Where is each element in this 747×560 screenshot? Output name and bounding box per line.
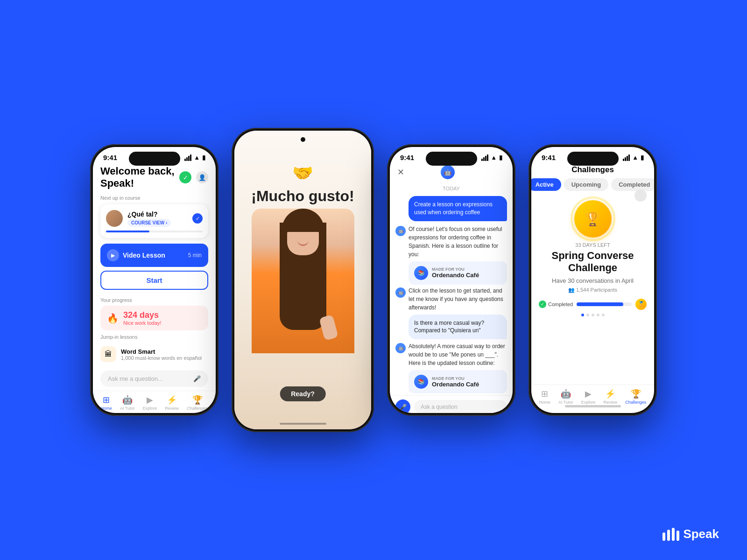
p1-course-btn[interactable]: COURSE VIEW › (127, 219, 171, 227)
wifi-icon-3: ▲ (491, 154, 497, 161)
p1-section-next: Next up in course (93, 195, 216, 201)
p3-ai-mini-1: 🤖 (395, 226, 406, 236)
p4-medal-small: 🏅 (635, 299, 647, 310)
p1-course-row: ¿Qué tal? COURSE VIEW › ✓ (106, 210, 203, 227)
p1-nav-home[interactable]: ⊞ Home (101, 395, 112, 411)
p1-course-avatar (106, 210, 123, 227)
battery-icon-1: ▮ (202, 154, 205, 161)
p3-ask-input[interactable]: Ask a question (414, 400, 507, 413)
p3-ai-text-2: Click on the lesson to get started, and … (409, 287, 507, 312)
battery-icon-4: ▮ (641, 154, 644, 161)
p1-ask-bar[interactable]: Ask me a question... 🎤 (100, 371, 208, 387)
p4-dot-5 (602, 314, 605, 316)
p3-lesson-name-2: Ordenando Café (432, 381, 479, 388)
p4-participants: 👥 1,544 Participants (539, 287, 647, 293)
status-time-4: 9:41 (542, 154, 556, 161)
p3-ai-mini-3: 🤖 (395, 343, 406, 353)
p4-nav-review[interactable]: ⚡ Review (604, 389, 618, 405)
p1-nav-challenges[interactable]: 🏆 Challenges (187, 395, 208, 411)
p1-jump-item[interactable]: 🏛 Word Smart 1,000 must-know words en es… (100, 342, 208, 367)
p1-progress-bar-bg (106, 231, 203, 232)
p4-home-icon: ⊞ (541, 389, 548, 399)
p1-nav-review-label: Review (165, 406, 179, 411)
p1-jump-section: Jump-in lessons 🏛 Word Smart 1,000 must-… (93, 330, 216, 367)
p2-ready-btn[interactable]: Ready? (280, 386, 326, 401)
p1-header: Welcome back, Speak! ✓ 👤 (93, 163, 216, 195)
p1-mic-icon[interactable]: 🎤 (193, 375, 201, 382)
p3-made-for-you-2: MADE FOR YOU (432, 376, 479, 381)
p3-lesson-name-1: Ordenando Café (432, 272, 479, 279)
p4-dot-4 (597, 314, 599, 316)
p1-jump-info: Word Smart 1,000 must-know words en espa… (121, 348, 202, 361)
p1-avatar-icon[interactable]: 👤 (196, 171, 208, 183)
p3-lesson-icon-2: 📚 (414, 375, 428, 389)
signal-bars-4 (623, 154, 630, 161)
p4-completed-text: Completed (548, 301, 573, 307)
p2-hand (319, 315, 338, 341)
p4-dot-2 (586, 314, 589, 316)
p1-days-info: 324 days Nice work today! (123, 310, 161, 326)
dynamic-island-4 (567, 152, 619, 166)
p1-section-progress: Your progress (100, 297, 208, 303)
p1-course-name: ¿Qué tal? (127, 210, 188, 218)
p1-lesson-card[interactable]: ▶ Video Lesson 5 min (100, 244, 208, 267)
p4-nav-tutor[interactable]: 🤖 AI Tutor (558, 389, 573, 405)
p1-progress-bar-fill (106, 231, 149, 232)
wifi-icon-4: ▲ (632, 154, 638, 161)
p1-lesson-left: ▶ Video Lesson (107, 249, 165, 261)
p4-explore-icon: ▶ (585, 389, 592, 399)
p1-progress-section: Your progress 🔥 324 days Nice work today… (93, 294, 216, 330)
p4-dots (539, 314, 647, 316)
p1-play-btn[interactable]: ▶ (107, 249, 119, 261)
p4-nav-challenges[interactable]: 🏆 Challenges (625, 389, 646, 405)
svg-rect-3 (677, 531, 679, 541)
p1-home-icon: ⊞ (103, 395, 110, 405)
p4-challenge-sub: Have 30 conversations in April (539, 277, 647, 284)
p1-lesson-title: Video Lesson (123, 252, 165, 259)
p4-medal: 🏆 (574, 200, 612, 238)
p3-close-btn[interactable]: ✕ (397, 167, 404, 177)
p4-tab-completed[interactable]: Completed (611, 178, 654, 191)
p4-completed-label: ✓ Completed (539, 301, 573, 308)
p4-nav-explore[interactable]: ▶ Explore (581, 389, 596, 405)
p4-tab-active[interactable]: Active (531, 178, 561, 191)
status-icons-3: ▲ ▮ (481, 154, 502, 161)
p3-user-msg-2: Is there a more casual way? Compared to … (409, 315, 507, 340)
p4-avatar[interactable] (634, 189, 647, 202)
p3-ai-row-2: 🤖 Click on the lesson to get started, an… (395, 287, 507, 312)
p4-tutor-icon: 🤖 (561, 389, 571, 399)
p1-days: 324 days (123, 310, 161, 320)
p3-user-msg-1: Create a lesson on expressions used when… (409, 196, 507, 221)
p1-progress-card: 🔥 324 days Nice work today! (100, 306, 208, 330)
p4-review-icon: ⚡ (605, 389, 615, 399)
svg-rect-1 (667, 530, 670, 541)
signal-bar-4 (190, 154, 191, 161)
p4-dot-3 (592, 314, 594, 316)
p3-input-bar: 🎤 Ask a question (390, 395, 513, 413)
p1-nav-tutor[interactable]: 🤖 AI Tutor (120, 395, 135, 411)
p4-home-indicator (565, 405, 621, 407)
p1-start-button[interactable]: Start (100, 271, 208, 290)
svg-rect-0 (662, 532, 665, 541)
dynamic-island-2 (301, 137, 305, 142)
p4-dot-1 (581, 314, 584, 316)
svg-rect-2 (672, 528, 675, 541)
p1-nav-explore[interactable]: ▶ Explore (143, 395, 157, 411)
p4-participants-count: 1,544 Participants (576, 287, 617, 293)
battery-icon-3: ▮ (499, 154, 502, 161)
p3-made-for-you-1: MADE FOR YOU (432, 267, 479, 272)
p3-ai-row-3: 🤖 Absolutely! A more casual way to order… (395, 342, 507, 367)
p2-greeting: ¡Mucho gusto! (251, 188, 354, 205)
p3-lesson-card-2[interactable]: 📚 MADE FOR YOU Ordenando Café (409, 370, 507, 393)
p3-lesson-card-1[interactable]: 📚 MADE FOR YOU Ordenando Café (409, 261, 507, 285)
speak-logo: Speak (662, 527, 719, 541)
p1-check-icon[interactable]: ✓ (179, 171, 191, 183)
p3-mic-button[interactable]: 🎤 (395, 399, 410, 413)
p4-tab-upcoming[interactable]: Upcoming (564, 178, 609, 191)
p1-nav-review[interactable]: ⚡ Review (165, 395, 179, 411)
p4-nav-home[interactable]: ⊞ Home (539, 389, 550, 405)
p4-bottom-nav: ⊞ Home 🤖 AI Tutor ▶ Explore ⚡ Review 🏆 (531, 385, 654, 406)
p1-course-card[interactable]: ¿Qué tal? COURSE VIEW › ✓ (100, 204, 208, 238)
signal-bars-1 (184, 154, 191, 161)
p3-header: ✕ 🤖 (390, 163, 513, 183)
